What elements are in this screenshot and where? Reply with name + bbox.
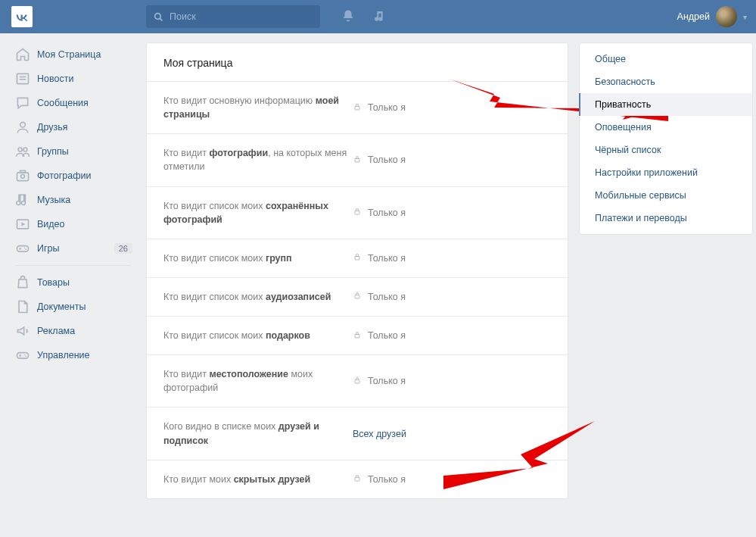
settings-tab-label: Настройки приложений [595,167,698,178]
nav-label: Фотографии [37,170,91,181]
game-icon [15,348,30,363]
nav-label: Видео [37,219,65,229]
avatar [716,6,737,27]
user-icon [15,120,30,135]
nav-item-bag[interactable]: Товары [11,270,135,295]
settings-tab-label: Чёрный список [595,145,661,155]
chat-icon [15,95,30,111]
mega-icon [15,323,30,339]
nav-item-game[interactable]: Игры26 [11,236,135,261]
settings-tab-label: Платежи и переводы [595,213,687,223]
nav-item-chat[interactable]: Сообщения [11,91,135,115]
svg-point-0 [155,13,161,19]
search-input[interactable]: Поиск [146,5,320,28]
settings-tab[interactable]: Приватность [580,93,752,116]
settings-tab[interactable]: Оповещения [580,116,752,139]
setting-value-text: Только я [368,474,406,485]
setting-row: Кто видит местоположение моих фотографий… [147,355,568,407]
settings-tab[interactable]: Мобильные сервисы [580,184,752,207]
setting-label: Кто видит моих скрытых друзей [163,473,353,486]
nav-item-group[interactable]: Группы [11,139,135,164]
settings-panel: Моя страница Кто видит основную информац… [146,42,568,499]
bag-icon [15,275,30,290]
settings-tab[interactable]: Чёрный список [580,139,752,161]
setting-row: Кто видит список моих подарковТолько я [147,317,568,355]
vk-logo[interactable] [11,6,33,27]
right-nav: ОбщееБезопасностьПриватностьОповещенияЧё… [579,42,753,499]
notifications-icon[interactable] [341,9,355,25]
setting-label: Кто видит список моих сохранённых фотогр… [163,199,353,226]
music-icon[interactable] [373,9,385,25]
doc-icon [15,299,30,314]
topbar: Поиск Андрей ▾ [0,0,756,33]
home-icon [15,47,30,62]
nav-item-music[interactable]: Музыка [11,188,135,212]
svg-line-1 [160,18,162,20]
setting-label: Кто видит список моих подарков [163,329,353,342]
nav-item-news[interactable]: Новости [11,67,135,91]
setting-value[interactable]: Только я [353,291,551,302]
settings-tab-label: Оповещения [595,122,652,133]
nav-item-user[interactable]: Друзья [11,115,135,139]
setting-row: Кто видит список моих аудиозаписейТолько… [147,278,568,317]
settings-tab[interactable]: Платежи и переводы [580,207,752,229]
setting-value-text: Только я [368,292,406,302]
news-icon [15,71,30,86]
setting-label: Кого видно в списке моих друзей и подпис… [163,420,353,447]
setting-row: Кого видно в списке моих друзей и подпис… [147,407,568,460]
left-nav: Моя СтраницаНовостиСообщенияДрузьяГруппы… [11,42,135,499]
setting-value[interactable]: Только я [353,376,551,387]
lock-icon [353,102,362,114]
nav-label: Игры [37,243,59,254]
nav-item-doc[interactable]: Документы [11,295,135,319]
setting-row: Кто видит список моих группТолько я [147,239,568,278]
chevron-down-icon: ▾ [743,13,747,21]
settings-tab-label: Мобильные сервисы [595,190,686,201]
nav-item-camera[interactable]: Фотографии [11,164,135,188]
setting-row: Кто видит моих скрытых друзейТолько я [147,461,568,498]
setting-value[interactable]: Только я [353,473,551,485]
camera-icon [15,168,30,183]
settings-tab[interactable]: Безопасность [580,70,752,93]
nav-label: Реклама [37,326,75,336]
setting-value[interactable]: Только я [353,330,551,342]
panel-title: Моя страница [147,43,568,82]
settings-tab-label: Приватность [595,99,651,110]
lock-icon [353,207,362,218]
lock-icon [353,376,362,387]
search-icon [154,12,163,22]
nav-label: Группы [37,146,69,157]
nav-item-home[interactable]: Моя Страница [11,42,135,67]
setting-value[interactable]: Только я [353,102,551,114]
nav-item-mega[interactable]: Реклама [11,319,135,343]
group-icon [15,144,30,159]
user-menu[interactable]: Андрей ▾ [677,6,747,27]
username: Андрей [677,11,710,22]
setting-value[interactable]: Только я [353,155,551,166]
nav-item-game[interactable]: Управление [11,343,135,367]
lock-icon [353,252,362,264]
setting-label: Кто видит список моих аудиозаписей [163,290,353,304]
setting-value[interactable]: Всех друзей [353,429,551,439]
setting-label: Кто видит список моих групп [163,251,353,265]
settings-tab[interactable]: Настройки приложений [580,161,752,184]
setting-row: Кто видит фотографии, на которых меня от… [147,134,568,186]
setting-value[interactable]: Только я [353,207,551,218]
music-icon [15,192,30,208]
setting-value-text: Только я [368,330,406,341]
setting-value[interactable]: Только я [353,252,551,264]
settings-tab[interactable]: Общее [580,48,752,70]
nav-label: Сообщения [37,98,89,108]
nav-label: Новости [37,73,73,84]
vk-icon [15,13,29,21]
settings-tab-label: Общее [595,54,626,64]
setting-value-text: Только я [368,376,406,386]
video-icon [15,217,30,232]
nav-divider [15,265,131,266]
search-placeholder: Поиск [170,11,196,22]
settings-tab-label: Безопасность [595,76,655,87]
nav-item-video[interactable]: Видео [11,212,135,236]
nav-label: Документы [37,301,86,312]
setting-value-text: Только я [368,102,406,113]
lock-icon [353,473,362,485]
